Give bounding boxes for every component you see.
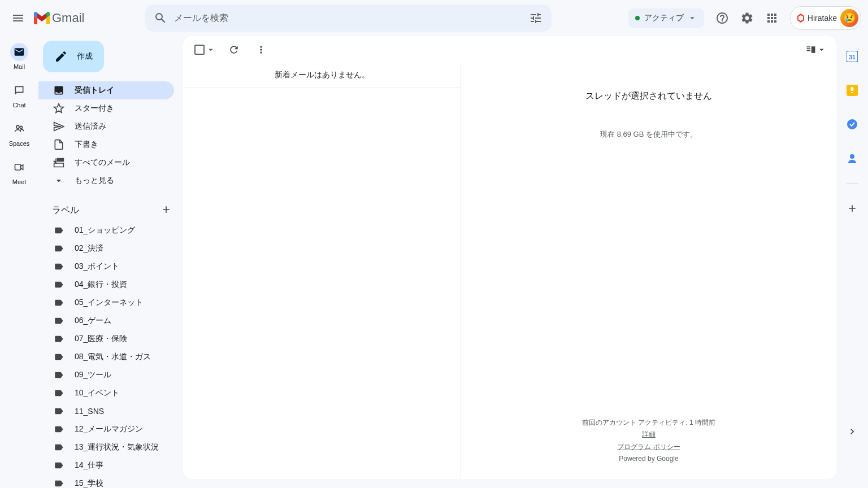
label-item[interactable]: 03_ポイント <box>38 258 174 276</box>
toolbar <box>183 36 836 63</box>
contacts-addon[interactable] <box>841 147 863 169</box>
label-item[interactable]: 05_インターネット <box>38 294 174 312</box>
side-panel: 31 <box>836 36 868 488</box>
rail-item-spaces[interactable]: Spaces <box>0 117 38 156</box>
avatar: 😢 <box>840 9 858 27</box>
keep-addon[interactable] <box>841 79 863 102</box>
label-item[interactable]: 15_学校 <box>38 474 174 488</box>
refresh-icon <box>228 44 240 55</box>
message-list-pane: 新着メールはありません。 <box>183 63 461 479</box>
label-text: 15_学校 <box>75 478 103 488</box>
nav-sent[interactable]: 送信済み <box>38 117 174 136</box>
label-icon <box>54 280 64 290</box>
no-thread-message: スレッドが選択されていません <box>585 90 712 102</box>
app-rail: Mail Chat Spaces Meet <box>0 36 38 488</box>
select-all-checkbox[interactable] <box>192 42 218 57</box>
send-icon <box>53 121 64 132</box>
more-button[interactable] <box>250 38 272 61</box>
rail-label: Chat <box>12 102 25 108</box>
apps-button[interactable] <box>761 7 783 29</box>
rail-item-mail[interactable]: Mail <box>0 41 38 79</box>
search-options-button[interactable] <box>522 5 549 32</box>
nav-more[interactable]: もっと見る <box>38 172 174 190</box>
meet-icon <box>14 162 25 173</box>
nav-starred[interactable]: スター付き <box>38 99 174 117</box>
policy-link[interactable]: プログラム ポリシー <box>582 441 715 454</box>
gmail-logo[interactable]: Gmail <box>32 11 84 25</box>
sidebar: 作成 受信トレイ スター付き 送信済み 下書き すべてのメール <box>38 36 183 488</box>
rail-item-meet[interactable]: Meet <box>0 156 38 194</box>
search-box <box>145 5 552 32</box>
label-item[interactable]: 08_電気・水道・ガス <box>38 348 174 366</box>
search-input[interactable] <box>174 13 522 23</box>
status-dot-icon <box>635 16 640 20</box>
draft-icon <box>53 139 64 150</box>
gmail-logo-icon <box>34 12 50 24</box>
settings-button[interactable] <box>736 7 758 29</box>
refresh-button[interactable] <box>223 38 245 61</box>
label-icon <box>54 370 64 380</box>
reading-pane: スレッドが選択されていません 現在 8.69 GB を使用中です。 前回のアカウ… <box>461 63 836 479</box>
account-button[interactable]: Hiratake 😢 <box>790 6 861 30</box>
label-icon <box>54 406 64 416</box>
compose-label: 作成 <box>77 51 93 62</box>
support-button[interactable] <box>711 7 734 29</box>
tasks-addon[interactable] <box>841 113 863 136</box>
calendar-addon[interactable]: 31 <box>841 45 863 68</box>
more-vert-icon <box>255 44 267 55</box>
main-menu-button[interactable] <box>5 5 32 32</box>
label-item[interactable]: 09_ツール <box>38 366 174 384</box>
hide-side-panel-button[interactable] <box>841 420 863 443</box>
label-text: 14_仕事 <box>75 460 103 470</box>
split-toggle-button[interactable] <box>805 38 827 61</box>
status-selector[interactable]: アクティブ <box>628 8 704 28</box>
label-text: 08_電気・水道・ガス <box>75 352 151 362</box>
compose-button[interactable]: 作成 <box>43 41 104 72</box>
label-item[interactable]: 01_ショッピング <box>38 221 174 239</box>
svg-rect-2 <box>15 164 21 170</box>
label-icon <box>54 262 64 272</box>
label-item[interactable]: 04_銀行・投資 <box>38 276 174 294</box>
svg-text:31: 31 <box>849 54 856 60</box>
svg-point-1 <box>20 126 22 128</box>
label-item[interactable]: 07_医療・保険 <box>38 330 174 348</box>
label-item[interactable]: 13_運行状況・気象状況 <box>38 438 174 456</box>
nav-label: 送信済み <box>75 121 106 132</box>
calendar-icon: 31 <box>847 51 858 62</box>
tasks-icon <box>847 119 858 130</box>
contacts-icon <box>847 152 858 164</box>
empty-list-message: 新着メールはありません。 <box>183 63 461 88</box>
label-item[interactable]: 11_SNS <box>38 402 174 420</box>
nav-drafts[interactable]: 下書き <box>38 136 174 154</box>
nav-allmail[interactable]: すべてのメール <box>38 154 174 172</box>
label-item[interactable]: 12_メールマガジン <box>38 420 174 438</box>
label-icon <box>54 478 64 488</box>
mail-icon <box>14 46 25 58</box>
powered-by: Powered by Google <box>582 453 715 465</box>
nav-label: もっと見る <box>75 176 114 186</box>
rail-item-chat[interactable]: Chat <box>0 79 38 117</box>
get-addons-button[interactable] <box>841 197 863 220</box>
svg-point-7 <box>850 154 854 159</box>
label-text: 06_ゲーム <box>75 316 111 326</box>
rail-label: Mail <box>14 63 25 70</box>
chevron-down-icon <box>53 175 64 186</box>
label-item[interactable]: 14_仕事 <box>38 456 174 474</box>
label-item[interactable]: 10_イベント <box>38 384 174 402</box>
details-link[interactable]: 詳細 <box>582 429 715 441</box>
plus-icon <box>847 203 858 214</box>
label-text: 05_インターネット <box>75 298 143 308</box>
label-text: 01_ショッピング <box>75 225 135 236</box>
storage-info: 現在 8.69 GB を使用中です。 <box>600 129 697 140</box>
label-item[interactable]: 06_ゲーム <box>38 312 174 330</box>
tune-icon <box>529 11 542 25</box>
search-button[interactable] <box>147 5 174 32</box>
add-label-button[interactable] <box>160 204 172 217</box>
label-icon <box>54 316 64 326</box>
help-icon <box>715 11 729 25</box>
svg-point-6 <box>847 119 857 129</box>
nav-inbox[interactable]: 受信トレイ <box>38 81 174 99</box>
gear-icon <box>740 11 754 25</box>
label-item[interactable]: 02_決済 <box>38 239 174 258</box>
label-icon <box>54 388 64 398</box>
